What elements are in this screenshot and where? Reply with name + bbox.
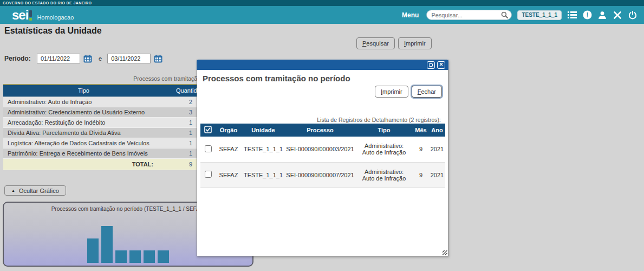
svg-text:!: !	[586, 11, 588, 19]
tools-icon[interactable]	[613, 10, 622, 20]
tipo-cell: Patrimônio: Entrega e Recebimento de Ben…	[3, 148, 164, 158]
orgao-cell: SEFAZ	[216, 162, 242, 188]
bar	[101, 226, 113, 263]
column-header-mes: Mês	[413, 124, 429, 137]
search-icon[interactable]	[501, 11, 508, 18]
chevron-up-icon: ▲	[11, 189, 15, 192]
maximize-icon[interactable]	[427, 61, 435, 69]
ano-cell: 2021	[429, 162, 445, 188]
menu-button[interactable]: Menu	[402, 11, 419, 19]
modal-fechar-button[interactable]: Fechar	[412, 86, 442, 98]
detail-table-row: SEFAZTESTE_1_1_1SEI-000090/000007/2021Ad…	[200, 162, 445, 188]
power-icon[interactable]	[628, 10, 638, 20]
app-header: sei Homologacao Menu TESTE_1_1_1 !	[0, 6, 644, 24]
period-filter: Período: e	[4, 54, 166, 63]
column-header-tipo: Tipo	[355, 124, 413, 137]
current-unit-button[interactable]: TESTE_1_1_1	[517, 10, 562, 20]
close-icon[interactable]: ✕	[437, 61, 445, 69]
unidade-cell: TESTE_1_1_1	[242, 162, 285, 188]
resize-handle[interactable]	[443, 250, 447, 255]
tipo-cell: Administrativo: Auto de Infração	[355, 137, 413, 162]
detail-list-caption: Lista de Registros de Detalhamento (2 re…	[317, 117, 441, 123]
calendar-icon[interactable]	[154, 55, 162, 63]
processo-cell: SEI-000090/000007/2021	[285, 162, 355, 188]
period-start-input[interactable]	[37, 54, 80, 63]
page-title: Estatísticas da Unidade	[4, 26, 102, 36]
column-header-ano: Ano	[429, 124, 445, 137]
tipo-cell: Administrativo: Auto de Infração	[355, 162, 413, 188]
period-conjunction: e	[99, 55, 102, 62]
detail-table-row: SEFAZTESTE_1_1_1SEI-000090/000003/2021Ad…	[200, 137, 445, 162]
alert-icon[interactable]: !	[582, 10, 592, 20]
modal-titlebar[interactable]: ✕	[197, 60, 448, 70]
tipo-cell: Arrecadação: Restituição de Indébito	[3, 117, 164, 127]
column-header-processo: Processo	[285, 124, 355, 137]
orgao-cell: SEFAZ	[216, 137, 242, 162]
sei-logo[interactable]: sei	[12, 9, 32, 21]
toggle-chart-label: Ocultar Gráfico	[19, 188, 59, 194]
mes-cell: 9	[413, 162, 429, 188]
detail-modal: ✕ Processos com tramitação no período Im…	[197, 60, 448, 256]
bar	[158, 250, 169, 263]
user-icon[interactable]	[597, 10, 607, 20]
tipo-cell: Dívida Ativa: Parcelamento da Dívida Ati…	[3, 127, 164, 138]
checkbox[interactable]	[200, 162, 216, 188]
tipo-cell: Administrativo: Credenciamento de Usuári…	[3, 107, 164, 117]
column-header-tipo: Tipo	[3, 85, 164, 96]
gov-banner: GOVERNO DO ESTADO DO RIO DE JANEIRO	[0, 0, 644, 6]
bar	[129, 250, 141, 263]
bar	[115, 250, 127, 263]
calendar-icon[interactable]	[83, 55, 92, 63]
tipo-cell: Administrativo: Auto de Infração	[3, 96, 164, 107]
row-checkbox[interactable]	[205, 171, 212, 178]
detail-table: Órgão Unidade Processo Tipo Mês Ano SEFA…	[200, 124, 445, 188]
global-search[interactable]	[426, 10, 512, 20]
ano-cell: 2021	[429, 137, 445, 162]
imprimir-button[interactable]: Imprimir	[398, 37, 432, 49]
process-list-icon[interactable]	[567, 10, 577, 20]
checkbox[interactable]	[200, 137, 216, 162]
sei-logo-exclamation	[29, 10, 32, 21]
bar	[87, 238, 99, 263]
select-all-checkbox-icon[interactable]	[200, 124, 216, 137]
bar	[144, 250, 155, 263]
period-label: Período:	[4, 55, 37, 62]
row-checkbox[interactable]	[205, 145, 212, 152]
sei-logo-text: sei	[12, 9, 28, 21]
tipo-cell: Logística: Alteração de Dados Cadastrais…	[3, 138, 164, 148]
environment-label: Homologacao	[37, 14, 74, 23]
modal-title: Processos com tramitação no período	[203, 74, 350, 83]
total-label: TOTAL:	[3, 158, 164, 170]
mes-cell: 9	[413, 137, 429, 162]
column-header-orgao: Órgão	[216, 124, 242, 137]
search-input[interactable]	[431, 12, 501, 18]
toggle-chart-button[interactable]: ▲ Ocultar Gráfico	[4, 185, 66, 196]
unidade-cell: TESTE_1_1_1	[242, 137, 285, 162]
column-header-unidade: Unidade	[242, 124, 285, 137]
pesquisar-button[interactable]: Pesquisar	[356, 37, 395, 49]
period-end-input[interactable]	[107, 54, 151, 63]
modal-imprimir-button[interactable]: Imprimir	[375, 86, 408, 98]
processo-cell: SEI-000090/000003/2021	[285, 137, 355, 162]
